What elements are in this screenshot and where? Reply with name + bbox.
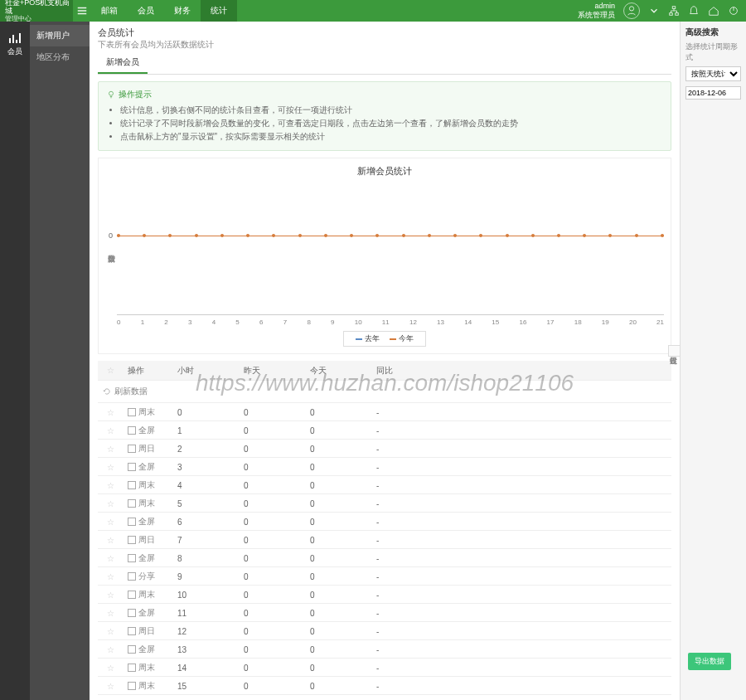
- date-input[interactable]: [685, 86, 741, 100]
- op-cell[interactable]: 周日: [123, 531, 172, 549]
- op-cell[interactable]: 周末: [123, 494, 172, 513]
- legend-item-1[interactable]: 今年: [390, 333, 414, 344]
- star-button[interactable]: ☆: [98, 678, 123, 694]
- star-button[interactable]: ☆: [98, 605, 123, 621]
- x-tick: 4: [212, 318, 216, 326]
- hour-cell: 15: [172, 678, 239, 694]
- nav-item-1[interactable]: 会员: [128, 0, 164, 22]
- hour-cell: 5: [172, 496, 239, 512]
- hour-cell: 13: [172, 642, 239, 658]
- table-row: ☆周末1400-: [98, 659, 671, 677]
- star-button[interactable]: ☆: [98, 532, 123, 548]
- menu-toggle-button[interactable]: [73, 5, 91, 17]
- yoy-cell: -: [371, 514, 463, 530]
- square-icon: [128, 554, 136, 562]
- star-button[interactable]: ☆: [98, 496, 123, 512]
- tab-0[interactable]: 新增会员: [98, 52, 148, 74]
- collapse-settings-button[interactable]: 收起设置: [668, 345, 680, 357]
- hour-cell: 9: [172, 569, 239, 585]
- x-tick: 9: [331, 318, 334, 326]
- power-icon[interactable]: [728, 5, 739, 17]
- x-tick: 0: [117, 318, 120, 326]
- op-cell[interactable]: 周末: [123, 659, 172, 677]
- bell-icon[interactable]: [688, 5, 700, 17]
- op-cell[interactable]: 周末: [123, 677, 172, 695]
- star-button[interactable]: ☆: [98, 587, 123, 603]
- yesterday-cell: 0: [239, 678, 305, 694]
- x-tick: 2: [164, 318, 167, 326]
- op-cell[interactable]: 全屏: [123, 549, 172, 567]
- home-icon[interactable]: [708, 5, 719, 17]
- op-cell[interactable]: 分享: [123, 567, 172, 586]
- star-button[interactable]: ☆: [98, 405, 123, 420]
- hour-cell: 12: [172, 624, 239, 639]
- yoy-cell: -: [371, 642, 463, 658]
- period-select[interactable]: 按照天统计: [685, 66, 741, 81]
- sitemap-icon[interactable]: [668, 5, 680, 17]
- header-right: admin 系统管理员: [578, 2, 739, 20]
- chevron-down-icon[interactable]: [648, 5, 660, 17]
- op-cell[interactable]: 周末: [123, 476, 172, 494]
- tips-line: 统计信息，切换右侧不同的统计条目查看，可按任一项进行统计: [120, 104, 662, 117]
- today-cell: 0: [305, 423, 371, 439]
- x-tick: 16: [519, 318, 526, 326]
- x-tick: 10: [355, 318, 362, 326]
- op-cell[interactable]: 周日: [123, 622, 172, 640]
- op-cell[interactable]: 周末: [123, 403, 172, 421]
- table-row: ☆全屏1600-: [98, 695, 671, 700]
- op-cell[interactable]: 全屏: [123, 695, 172, 700]
- yesterday-cell: 0: [239, 459, 305, 475]
- sidebar1-members[interactable]: 会员: [7, 27, 22, 62]
- table-row: ☆周日200-: [98, 440, 671, 458]
- yoy-cell: -: [371, 532, 463, 548]
- chart-point: [272, 234, 275, 237]
- nav-item-2[interactable]: 财务: [164, 0, 201, 22]
- yoy-cell: -: [371, 569, 463, 585]
- legend-item-0[interactable]: 去年: [356, 333, 380, 344]
- today-cell: 0: [305, 478, 371, 493]
- sidebar2-item-0[interactable]: 新增用户: [30, 25, 90, 46]
- layout: 会员 新增用户地区分布 会员统计 下表所有会员均为活跃数据统计 新增会员 操作提…: [0, 22, 746, 700]
- refresh-button[interactable]: 刷新数据: [98, 381, 671, 403]
- star-button[interactable]: ☆: [98, 624, 123, 639]
- avatar-button[interactable]: [623, 2, 640, 19]
- hour-cell: 8: [172, 551, 239, 566]
- today-cell: 0: [305, 551, 371, 566]
- op-cell[interactable]: 全屏: [123, 421, 172, 440]
- star-button[interactable]: ☆: [98, 441, 123, 457]
- op-cell[interactable]: 全屏: [123, 640, 172, 659]
- legend-swatch: [390, 338, 396, 340]
- star-button[interactable]: ☆: [98, 551, 123, 566]
- yesterday-cell: 0: [239, 441, 305, 457]
- chart-point: [557, 234, 560, 237]
- star-button[interactable]: ☆: [98, 660, 123, 676]
- nav-item-0[interactable]: 邮箱: [91, 0, 128, 22]
- user-info: admin 系统管理员: [578, 2, 615, 20]
- export-button[interactable]: 导出数据: [688, 653, 731, 670]
- table-header: ☆操作小时昨天今天同比: [98, 361, 671, 381]
- sidebar2-item-1[interactable]: 地区分布: [30, 46, 90, 68]
- star-button[interactable]: ☆: [98, 569, 123, 585]
- op-cell[interactable]: 全屏: [123, 604, 172, 622]
- svg-rect-3: [676, 13, 679, 16]
- star-button[interactable]: ☆: [98, 459, 123, 475]
- today-cell: 0: [305, 697, 371, 701]
- op-cell[interactable]: 周日: [123, 440, 172, 458]
- top-nav: 邮箱会员财务统计: [91, 0, 237, 22]
- nav-item-3[interactable]: 统计: [201, 0, 237, 22]
- chart-point: [402, 234, 405, 237]
- star-button[interactable]: ☆: [98, 478, 123, 493]
- x-tick: 15: [492, 318, 499, 326]
- star-button[interactable]: ☆: [98, 514, 123, 530]
- star-button[interactable]: ☆: [98, 697, 123, 701]
- yesterday-cell: 0: [239, 605, 305, 621]
- chart-point: [608, 234, 612, 237]
- yoy-cell: -: [371, 441, 463, 457]
- op-cell[interactable]: 全屏: [123, 513, 172, 531]
- tabs: 新增会员: [98, 52, 671, 75]
- star-button[interactable]: ☆: [98, 423, 123, 439]
- star-button[interactable]: ☆: [98, 642, 123, 658]
- op-cell[interactable]: 周末: [123, 586, 172, 604]
- y-tick-zero: 0: [109, 231, 113, 240]
- op-cell[interactable]: 全屏: [123, 458, 172, 476]
